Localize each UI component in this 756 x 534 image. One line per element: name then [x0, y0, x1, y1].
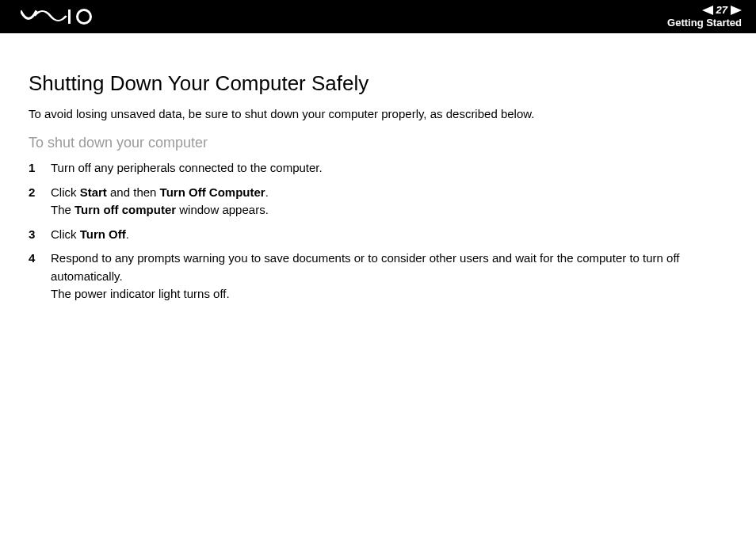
- step-number: 4: [29, 250, 35, 268]
- step-number: 2: [29, 184, 35, 202]
- step-item: 1Turn off any peripherals connected to t…: [29, 159, 731, 177]
- bold-text: Turn Off: [80, 227, 126, 241]
- page-number: 27: [715, 5, 729, 16]
- step-item: 3Click Turn Off.: [29, 226, 731, 244]
- step-number: 1: [29, 159, 35, 177]
- step-body: Click Turn Off.: [51, 226, 731, 244]
- svg-rect-0: [68, 10, 71, 24]
- bold-text: Start: [80, 185, 107, 199]
- page-title: Shutting Down Your Computer Safely: [29, 71, 731, 96]
- procedure-subheading: To shut down your computer: [29, 135, 731, 151]
- step-body: Turn off any peripherals connected to th…: [51, 159, 731, 177]
- page-header: 27 Getting Started: [0, 0, 756, 33]
- step-body: Click Start and then Turn Off Computer.T…: [51, 184, 731, 219]
- prev-page-arrow-icon[interactable]: [702, 6, 713, 15]
- steps-list: 1Turn off any peripherals connected to t…: [29, 159, 731, 303]
- step-item: 2Click Start and then Turn Off Computer.…: [29, 184, 731, 219]
- vaio-logo: [21, 9, 100, 25]
- bold-text: Turn off computer: [74, 203, 176, 216]
- header-right: 27 Getting Started: [667, 5, 742, 29]
- page-content: Shutting Down Your Computer Safely To av…: [0, 33, 756, 303]
- step-number: 3: [29, 226, 35, 244]
- next-page-arrow-icon[interactable]: [731, 6, 742, 15]
- bold-text: Turn Off Computer: [160, 185, 265, 199]
- page-nav: 27: [667, 5, 742, 16]
- step-body: Respond to any prompts warning you to sa…: [51, 250, 731, 303]
- step-item: 4Respond to any prompts warning you to s…: [29, 250, 731, 303]
- section-name: Getting Started: [667, 17, 742, 29]
- intro-text: To avoid losing unsaved data, be sure to…: [29, 107, 731, 120]
- svg-point-1: [78, 10, 91, 24]
